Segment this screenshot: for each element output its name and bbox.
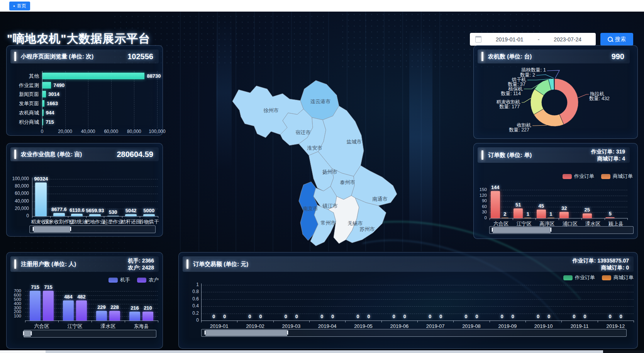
page-views-chart[interactable]: 020,00040,00060,00080,000100,000其他88730作… — [7, 46, 163, 135]
bar-机手-江宁区[interactable] — [63, 300, 74, 321]
bar-积分商城[interactable] — [42, 119, 43, 125]
browser-tab-bar: ● 首页 — [0, 0, 644, 12]
bar-作业量-秸秆还田[interactable] — [125, 214, 137, 216]
scrollbar-thumb[interactable] — [0, 350, 46, 353]
y-axis-tick-label: 60,000 — [7, 191, 29, 196]
map-city-label-镇江市: 镇江市 — [323, 203, 338, 210]
bar-机手-六合区[interactable] — [30, 291, 41, 321]
bar-value-label: 2 — [493, 211, 517, 217]
bar-农户-六合区[interactable] — [43, 291, 54, 321]
data-zoom-handle-left[interactable] — [204, 330, 206, 335]
bar-作业量-耙地作业[interactable] — [89, 214, 101, 216]
tab-home[interactable]: ● 首页 — [9, 2, 30, 10]
bar-value-label: 7490 — [53, 83, 64, 88]
data-zoom-slider[interactable] — [201, 329, 627, 337]
map-city-label-苏州市: 苏州市 — [360, 226, 375, 233]
grid-line — [157, 71, 158, 128]
y-axis-tick-label: 30 — [474, 210, 487, 215]
y-axis-tick-label: 0.6 — [183, 297, 199, 302]
bar-value-label: 51 — [507, 202, 530, 208]
date-end-input[interactable]: 2023-07-24 — [539, 36, 596, 43]
bar-农户-溧水区[interactable] — [109, 311, 120, 321]
search-button[interactable]: 搜索 — [600, 33, 633, 46]
bar-作业量-稻麦收割[interactable] — [35, 182, 47, 216]
chart-legend: 作业订单商城订单 — [563, 173, 633, 180]
data-zoom-handle-left[interactable] — [491, 227, 493, 232]
y-axis-tick-label: 700 — [7, 288, 21, 293]
grid-line — [201, 292, 634, 292]
registered-users-chart[interactable]: 机手农户100200300400500600700六合区715715江宁区484… — [7, 252, 163, 348]
y-axis-tick-label: 0 — [183, 318, 199, 323]
scrollbar-track[interactable] — [46, 350, 603, 353]
data-zoom-handle-left[interactable] — [23, 331, 25, 336]
legend-item-商城订单[interactable]: 商城订单 — [602, 274, 634, 281]
x-axis-tick — [490, 321, 490, 322]
bar-作业量-玉米收割作业[interactable] — [53, 213, 65, 216]
grid-line — [201, 285, 634, 285]
bar-value-label: 1 — [516, 211, 539, 217]
data-zoom-handle-right[interactable] — [69, 227, 71, 231]
data-zoom-slider[interactable] — [24, 330, 156, 338]
legend-item-作业订单[interactable]: 作业订单 — [563, 274, 595, 281]
data-zoom-selection[interactable] — [34, 226, 70, 232]
farm-work-chart[interactable]: 020,00040,00060,00080,000100,000稻麦收割9032… — [7, 143, 163, 236]
bar-商城订单-六合区[interactable] — [502, 218, 508, 218]
date-range-picker[interactable]: 2019-01-01 - 2023-07-24 — [470, 33, 596, 46]
bar-新闻页面[interactable] — [42, 91, 46, 97]
x-axis-tick — [634, 321, 634, 322]
data-zoom-handle-right[interactable] — [30, 331, 32, 336]
data-zoom-handle-right[interactable] — [550, 227, 552, 232]
data-zoom-handle-right[interactable] — [286, 330, 288, 335]
bar-其他[interactable] — [42, 73, 144, 79]
orders-chart[interactable]: 作业订单商城订单0306090120150六合区1442江宁区511高淳区451… — [474, 143, 637, 239]
legend-item-农户[interactable]: 农户 — [137, 276, 159, 283]
bar-作业量-飞防统治[interactable] — [71, 214, 83, 216]
grid-line — [111, 71, 112, 128]
donut-label: 插秧数量: 1 — [476, 68, 546, 73]
bar-农户-东海县[interactable] — [142, 312, 153, 321]
grid-line — [490, 196, 627, 196]
x-axis-tick — [58, 321, 59, 322]
data-zoom-slider[interactable] — [489, 226, 634, 234]
legend-label: 作业订单 — [575, 274, 595, 281]
legend-item-作业订单[interactable]: 作业订单 — [563, 173, 594, 180]
machines-donut-chart[interactable]: 插秧数量: 1数量: 2烘干机数量: 37植保机数量: 114稻麦收割机数量: … — [474, 46, 637, 138]
bar-value-label: 1663 — [47, 101, 58, 106]
date-start-input[interactable]: 2019-01-01 — [481, 36, 538, 43]
category-label: 积分商城 — [7, 119, 39, 125]
map-city-label-盐城市: 盐城市 — [347, 138, 362, 145]
bar-农机商城[interactable] — [42, 109, 44, 116]
bar-农户-江宁区[interactable] — [76, 300, 87, 321]
bar-发单页面[interactable] — [42, 100, 44, 107]
legend-item-机手[interactable]: 机手 — [108, 276, 130, 283]
bar-作业订单-颍上县[interactable] — [605, 217, 615, 218]
bar-作业订单-浦口区[interactable] — [559, 212, 569, 218]
legend-swatch — [108, 278, 118, 283]
x-axis-tick-label: 40,000 — [76, 129, 100, 135]
bar-value-label: 0 — [249, 314, 272, 320]
x-axis-tick — [122, 216, 122, 218]
y-axis-tick-label: 120 — [474, 193, 487, 198]
bar-商城订单-高淳区[interactable] — [547, 218, 554, 218]
category-label: 东海县 — [124, 324, 159, 329]
bar-作业订单-溧水区[interactable] — [583, 213, 592, 218]
x-axis-tick — [92, 321, 92, 322]
bar-作业量-谷物烘干[interactable] — [143, 214, 155, 216]
donut-label: 数量: 432 — [589, 96, 610, 102]
map-city-label-宿迁市: 宿迁市 — [296, 129, 311, 136]
bar-商城订单-江宁区[interactable] — [524, 218, 531, 218]
data-zoom-slider[interactable] — [29, 225, 156, 233]
map-svg — [216, 73, 398, 247]
bar-机手-东海县[interactable] — [129, 312, 140, 321]
legend-item-商城订单[interactable]: 商城订单 — [601, 173, 633, 180]
bar-作业量-起垄作业[interactable] — [107, 216, 119, 216]
bar-机手-溧水区[interactable] — [96, 311, 107, 321]
transactions-chart[interactable]: 作业订单商城订单00.20.40.60.812019-01002019-0200… — [179, 252, 637, 348]
grid-line — [32, 186, 158, 187]
data-zoom-handle-left[interactable] — [32, 227, 34, 231]
data-zoom-selection[interactable] — [205, 330, 287, 336]
x-axis-tick-label: 80,000 — [122, 129, 146, 135]
horizontal-scrollbar[interactable] — [0, 350, 644, 353]
bar-作业监测[interactable] — [42, 82, 51, 89]
data-zoom-selection[interactable] — [493, 227, 551, 233]
